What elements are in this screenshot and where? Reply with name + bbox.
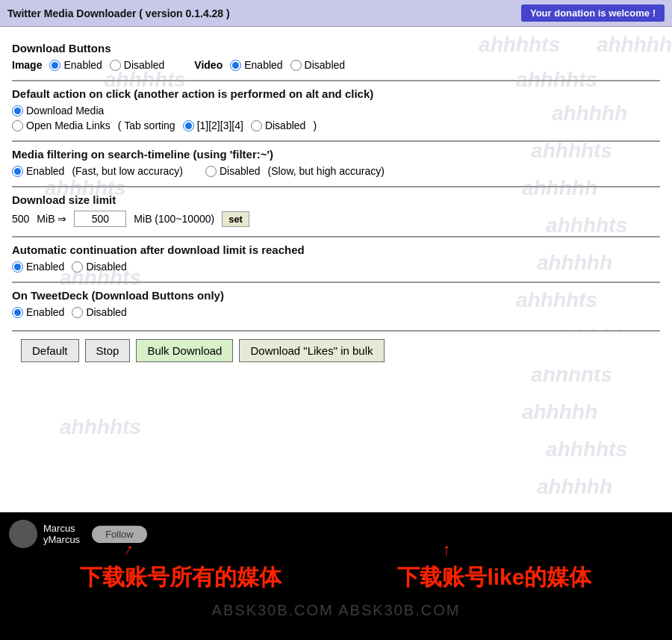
auto-enabled-radio[interactable]: Enabled (12, 261, 64, 273)
auto-continuation-title: Automatic continuation after download li… (12, 243, 660, 256)
username-col: Marcus yMarcus (43, 523, 80, 545)
download-size-row: 500 MiB ⇒ MiB (100~10000) set (12, 211, 660, 227)
mib-unit2: MiB (100~10000) (134, 213, 214, 225)
filtering-disabled-label: Disabled (220, 165, 260, 177)
stop-button[interactable]: Stop (85, 339, 131, 362)
auto-continuation-row: Enabled Disabled (12, 261, 660, 273)
media-filtering-row: Enabled (Fast, but low accuracy) Disable… (12, 165, 660, 177)
bottom-section: Marcus yMarcus Follow ↑ 下载账号所有的媒体 ↑ 下载账号… (0, 512, 672, 640)
bulk-download-button[interactable]: Bulk Download (136, 339, 233, 362)
tweetdeck-enabled-input[interactable] (12, 307, 23, 318)
tweetdeck-enabled-label: Enabled (26, 306, 64, 318)
username-handle: yMarcus (43, 534, 80, 545)
auto-disabled-input[interactable] (72, 261, 83, 273)
video-enabled-input[interactable] (230, 60, 241, 71)
tab-sorting-input[interactable] (183, 120, 194, 131)
download-media-row: Download Media (12, 105, 660, 116)
tab-disabled-input[interactable] (251, 120, 262, 131)
avatar (9, 520, 37, 548)
auto-enabled-input[interactable] (12, 261, 23, 273)
tweetdeck-disabled-input[interactable] (72, 307, 83, 318)
username-display: Marcus (43, 523, 80, 534)
auto-continuation-section: Automatic continuation after download li… (12, 237, 660, 283)
watermark-left-5: ahhhhts (60, 415, 141, 439)
tweetdeck-title: On TweetDeck (Download Buttons only) (12, 289, 660, 302)
bottom-watermark: ABSK30B.COM ABSK30B.COM (0, 599, 672, 622)
media-filtering-title: Media filtering on search-timeline (usin… (12, 148, 660, 161)
annotation-container: ↑ 下载账号所有的媒体 ↑ 下载账号like的媒体 (0, 550, 672, 599)
donation-badge: Your donation is welcome ! (521, 4, 665, 22)
annotation-right-block: ↑ 下载账号like的媒体 (397, 562, 591, 593)
image-label: Image (12, 59, 42, 71)
download-buttons-title: Download Buttons (12, 42, 660, 55)
default-action-section: Default action on click (another action … (12, 81, 660, 142)
filtering-enabled-note: (Fast, but low accuracy) (72, 165, 183, 177)
filtering-enabled-label: Enabled (26, 165, 64, 177)
open-media-radio[interactable]: Open Media Links (12, 119, 111, 131)
filtering-disabled-note: (Slow, but high accuracy) (267, 165, 384, 177)
tweetdeck-row: Enabled Disabled (12, 306, 660, 318)
image-enabled-label: Enabled (63, 59, 102, 71)
watermark-14: ahhhhh (537, 475, 612, 499)
download-buttons-section: Download Buttons Image Enabled Disabled … (12, 36, 660, 81)
twitter-user-row: Marcus yMarcus Follow (0, 520, 672, 548)
mib-unit1: MiB ⇒ (37, 213, 66, 225)
filtering-disabled-radio[interactable]: Disabled (205, 165, 260, 177)
download-likes-button[interactable]: Download "Likes" in bulk (239, 339, 384, 362)
filtering-disabled-input[interactable] (205, 166, 217, 177)
tab-sorting-close: ) (313, 119, 317, 131)
video-disabled-label: Disabled (305, 59, 345, 71)
open-media-row: Open Media Links ( Tab sorting [1][2][3]… (12, 119, 660, 131)
video-label: Video (194, 59, 223, 71)
download-size-title: Download size limit (12, 193, 660, 206)
image-disabled-input[interactable] (110, 60, 121, 71)
image-enabled-radio[interactable]: Enabled (49, 59, 102, 71)
download-media-label: Download Media (26, 105, 104, 116)
tweetdeck-disabled-radio[interactable]: Disabled (72, 306, 126, 318)
tab-sorting-label: ( Tab sorting (118, 119, 175, 131)
set-button[interactable]: set (222, 211, 249, 227)
video-disabled-input[interactable] (290, 60, 302, 71)
arrow-right-icon: ↑ (442, 540, 450, 559)
tweetdeck-section: On TweetDeck (Download Buttons only) Ena… (12, 283, 660, 327)
title-bar: Twitter Media Downloader ( version 0.1.4… (0, 0, 672, 27)
open-media-input[interactable] (12, 120, 23, 131)
tab-disabled-label: Disabled (265, 119, 305, 131)
default-action-title: Default action on click (another action … (12, 87, 660, 100)
tab-disabled-radio[interactable]: Disabled (251, 119, 305, 131)
tab-sorting-radio[interactable]: [1][2][3][4] (183, 119, 243, 131)
watermark-12: ahhhhh (522, 400, 597, 424)
video-enabled-label: Enabled (244, 59, 282, 71)
image-disabled-radio[interactable]: Disabled (110, 59, 164, 71)
tweetdeck-disabled-label: Disabled (86, 306, 126, 318)
open-media-label: Open Media Links (26, 119, 111, 131)
image-enabled-input[interactable] (49, 60, 60, 71)
tweetdeck-enabled-radio[interactable]: Enabled (12, 306, 64, 318)
media-filtering-section: Media filtering on search-timeline (usin… (12, 142, 660, 187)
tab-sorting-value: [1][2][3][4] (197, 119, 243, 131)
video-disabled-radio[interactable]: Disabled (290, 59, 345, 71)
toolbar: Default Stop Bulk Download Download "Lik… (12, 330, 660, 370)
auto-enabled-label: Enabled (26, 261, 64, 273)
annotation-text-right: 下载账号like的媒体 (397, 565, 591, 589)
main-panel: ahhhhts ahhhhh ahhhhts ahhhhh ahhhhts ah… (0, 27, 672, 512)
filtering-enabled-input[interactable] (12, 166, 23, 177)
download-media-radio[interactable]: Download Media (12, 105, 104, 116)
download-size-section: Download size limit 500 MiB ⇒ MiB (100~1… (12, 187, 660, 237)
auto-disabled-radio[interactable]: Disabled (72, 261, 126, 273)
filtering-enabled-radio[interactable]: Enabled (12, 165, 64, 177)
follow-button[interactable]: Follow (92, 526, 147, 543)
auto-disabled-label: Disabled (86, 261, 126, 273)
default-button[interactable]: Default (21, 339, 79, 362)
size-input[interactable] (74, 211, 126, 227)
current-size-value: 500 (12, 213, 29, 225)
annotation-text-left: 下载账号所有的媒体 (80, 565, 281, 589)
annotation-left-block: ↑ 下载账号所有的媒体 (80, 562, 281, 593)
download-media-input[interactable] (12, 105, 23, 116)
image-disabled-label: Disabled (124, 59, 164, 71)
watermark-13: ahhhhts (546, 438, 627, 462)
download-buttons-row: Image Enabled Disabled Video Enabled Dis… (12, 59, 660, 71)
app-title: Twitter Media Downloader ( version 0.1.4… (7, 7, 230, 19)
video-enabled-radio[interactable]: Enabled (230, 59, 282, 71)
